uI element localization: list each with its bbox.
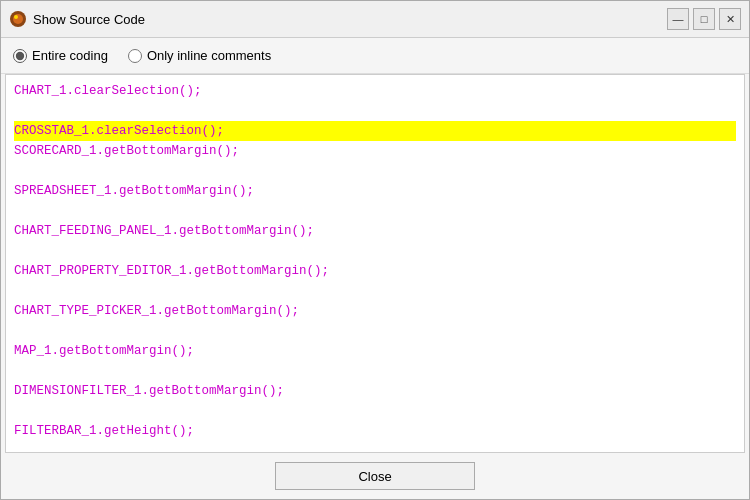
code-line: CROSSTAB_1.clearSelection(); [14,121,736,141]
title-bar-controls: — □ ✕ [667,8,741,30]
code-line: MAP_1.getBottomMargin(); [14,341,736,361]
code-line: FILTERBAR_1.getHeight(); [14,421,736,441]
code-line: DIMENSIONFILTER_1.getBottomMargin(); [14,381,736,401]
main-window: Show Source Code — □ ✕ Entire coding Onl… [0,0,750,500]
title-bar: Show Source Code — □ ✕ [1,1,749,38]
code-line: CHART_PROPERTY_EDITOR_1.getBottomMargin(… [14,261,736,281]
code-line: SPREADSHEET_1.getBottomMargin(); [14,181,736,201]
code-line: CHART_1.clearSelection(); [14,81,736,101]
maximize-button[interactable]: □ [693,8,715,30]
inline-comments-label: Only inline comments [147,48,271,63]
entire-coding-label: Entire coding [32,48,108,63]
radio-bar: Entire coding Only inline comments [1,38,749,74]
code-content-area: CHART_1.clearSelection();CROSSTAB_1.clea… [5,74,745,453]
window-icon [9,10,27,28]
close-dialog-button[interactable]: Close [275,462,475,490]
code-line: CHART_FEEDING_PANEL_1.getBottomMargin(); [14,221,736,241]
window-title: Show Source Code [33,12,667,27]
minimize-button[interactable]: — [667,8,689,30]
inline-comments-option[interactable]: Only inline comments [128,48,271,63]
close-button[interactable]: ✕ [719,8,741,30]
svg-point-1 [13,14,23,24]
entire-coding-radio[interactable] [13,49,27,63]
svg-point-2 [14,15,18,19]
entire-coding-option[interactable]: Entire coding [13,48,108,63]
footer: Close [1,453,749,499]
code-line: CHART_TYPE_PICKER_1.getBottomMargin(); [14,301,736,321]
code-container[interactable]: CHART_1.clearSelection();CROSSTAB_1.clea… [6,75,744,452]
code-line: SCORECARD_1.getBottomMargin(); [14,141,736,161]
inline-comments-radio[interactable] [128,49,142,63]
